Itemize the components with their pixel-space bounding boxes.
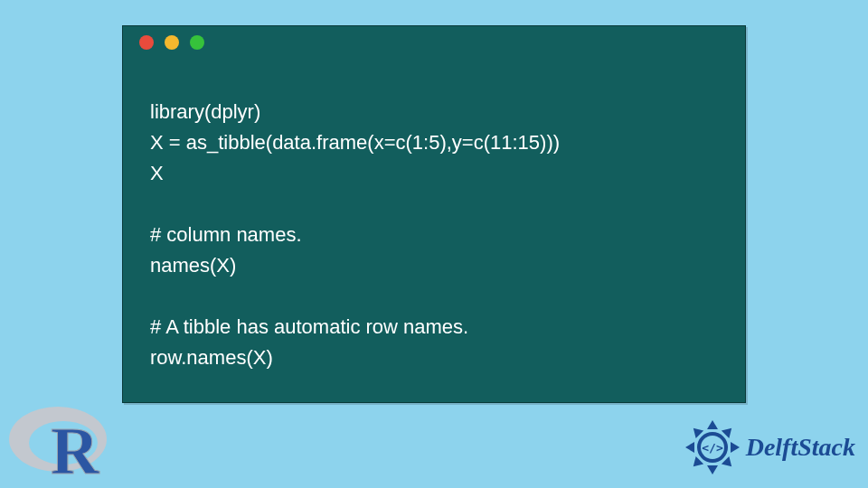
svg-marker-6 bbox=[707, 465, 718, 474]
code-window: library(dplyr) X = as_tibble(data.frame(… bbox=[122, 25, 746, 403]
delftstack-label: DelftStack bbox=[746, 433, 855, 462]
svg-marker-7 bbox=[689, 456, 703, 471]
r-logo-letter: R bbox=[51, 414, 100, 483]
code-line: X bbox=[150, 162, 164, 184]
code-line: # A tibble has automatic row names. bbox=[150, 315, 468, 338]
code-line: names(X) bbox=[150, 254, 236, 277]
code-line: # column names. bbox=[150, 223, 302, 246]
svg-marker-2 bbox=[707, 420, 718, 429]
svg-marker-4 bbox=[731, 442, 740, 453]
delftstack-badge-icon: </> bbox=[684, 419, 741, 475]
code-body: library(dplyr) X = as_tibble(data.frame(… bbox=[123, 59, 745, 404]
r-logo-icon: R bbox=[5, 399, 114, 483]
minimize-icon[interactable] bbox=[165, 35, 179, 50]
svg-marker-8 bbox=[685, 442, 694, 453]
delftstack-logo: </> DelftStack bbox=[684, 419, 855, 475]
maximize-icon[interactable] bbox=[190, 35, 204, 50]
code-line: library(dplyr) bbox=[150, 100, 260, 123]
window-titlebar bbox=[123, 26, 745, 59]
code-line: row.names(X) bbox=[150, 346, 273, 369]
code-line: X = as_tibble(data.frame(x=c(1:5),y=c(11… bbox=[150, 131, 560, 154]
close-icon[interactable] bbox=[139, 35, 154, 50]
svg-marker-5 bbox=[722, 456, 736, 471]
svg-marker-9 bbox=[689, 425, 703, 439]
svg-marker-3 bbox=[722, 425, 736, 439]
svg-text:</>: </> bbox=[702, 441, 723, 455]
